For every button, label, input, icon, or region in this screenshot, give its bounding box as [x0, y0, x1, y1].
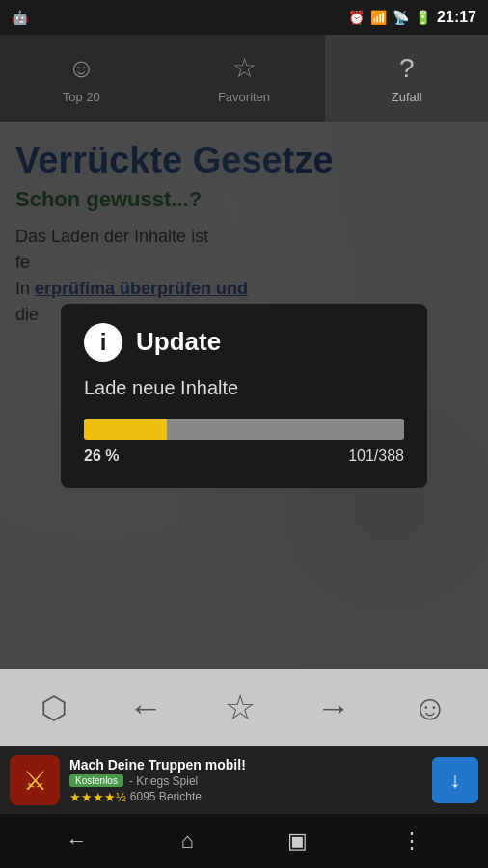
tab-zufall[interactable]: ? Zufall [325, 35, 488, 122]
tab-top20-icon: ☺ [68, 53, 95, 84]
dialog-title: Update [136, 327, 221, 357]
status-icons-right: ⏰ 📶 📡 🔋 21:17 [348, 9, 476, 26]
tab-favoriten-icon: ☆ [232, 52, 257, 84]
back-nav-icon[interactable]: ← [128, 688, 163, 728]
wifi-icon: 📶 [370, 10, 387, 25]
sys-more-icon[interactable]: ⋮ [401, 828, 422, 854]
ad-app-icon [10, 755, 60, 805]
ad-stars-row: ★★★★½ 6095 Berichte [69, 790, 422, 804]
progress-count: 101/388 [348, 448, 404, 465]
bottom-nav: ⬡ ← ☆ → ☺ [0, 669, 488, 746]
tab-favoriten-label: Favoriten [218, 90, 270, 104]
tab-bar: ☺ Top 20 ☆ Favoriten ? Zufall [0, 35, 488, 122]
dialog-overlay: i Update Lade neue Inhalte 26 % 101/388 [0, 122, 488, 669]
status-time: 21:17 [437, 9, 476, 26]
signal-icon: 📡 [393, 10, 409, 25]
progress-bar-fill [84, 419, 167, 440]
progress-percent: 26 % [84, 448, 119, 465]
battery-icon: 🔋 [415, 10, 431, 25]
system-nav: ← ⌂ ▣ ⋮ [0, 814, 488, 868]
sys-home-icon[interactable]: ⌂ [180, 828, 193, 854]
tab-zufall-label: Zufall [392, 90, 422, 104]
status-bar: 🤖 ⏰ 📶 📡 🔋 21:17 [0, 0, 488, 35]
download-icon: ↓ [450, 768, 461, 793]
ad-download-button[interactable]: ↓ [432, 757, 478, 803]
main-content: Verrückte Gesetze Schon gewusst...? Das … [0, 122, 488, 669]
dialog-header: i Update [84, 323, 404, 362]
forward-nav-icon[interactable]: → [316, 688, 351, 728]
tab-top20-label: Top 20 [63, 90, 100, 104]
ad-category: - Kriegs Spiel [129, 774, 198, 788]
alarm-icon: ⏰ [348, 10, 365, 25]
android-icon: 🤖 [12, 10, 28, 25]
ad-badge: Kostenlos [69, 774, 123, 787]
ad-stars: ★★★★½ [69, 790, 126, 804]
update-dialog: i Update Lade neue Inhalte 26 % 101/388 [61, 304, 427, 488]
sys-back-icon[interactable]: ← [66, 828, 87, 854]
ad-reviews: 6095 Berichte [130, 790, 202, 803]
info-icon: i [84, 323, 122, 362]
sys-recent-icon[interactable]: ▣ [287, 828, 308, 854]
ad-subtitle-row: Kostenlos - Kriegs Spiel [69, 774, 422, 788]
ad-title: Mach Deine Truppen mobil! [69, 757, 422, 773]
progress-bar-container [84, 419, 404, 440]
ad-text-area: Mach Deine Truppen mobil! Kostenlos - Kr… [69, 757, 422, 804]
trophy-icon[interactable]: ⬡ [41, 690, 68, 726]
ad-banner: Mach Deine Truppen mobil! Kostenlos - Kr… [0, 746, 488, 814]
tab-top20[interactable]: ☺ Top 20 [0, 35, 163, 122]
smiley-nav-icon[interactable]: ☺ [412, 688, 447, 728]
progress-stats: 26 % 101/388 [84, 448, 404, 465]
dialog-message: Lade neue Inhalte [84, 377, 404, 399]
star-nav-icon[interactable]: ☆ [225, 688, 256, 728]
tab-zufall-icon: ? [399, 53, 415, 84]
status-bar-left: 🤖 [12, 10, 28, 25]
tab-favoriten[interactable]: ☆ Favoriten [163, 35, 326, 122]
